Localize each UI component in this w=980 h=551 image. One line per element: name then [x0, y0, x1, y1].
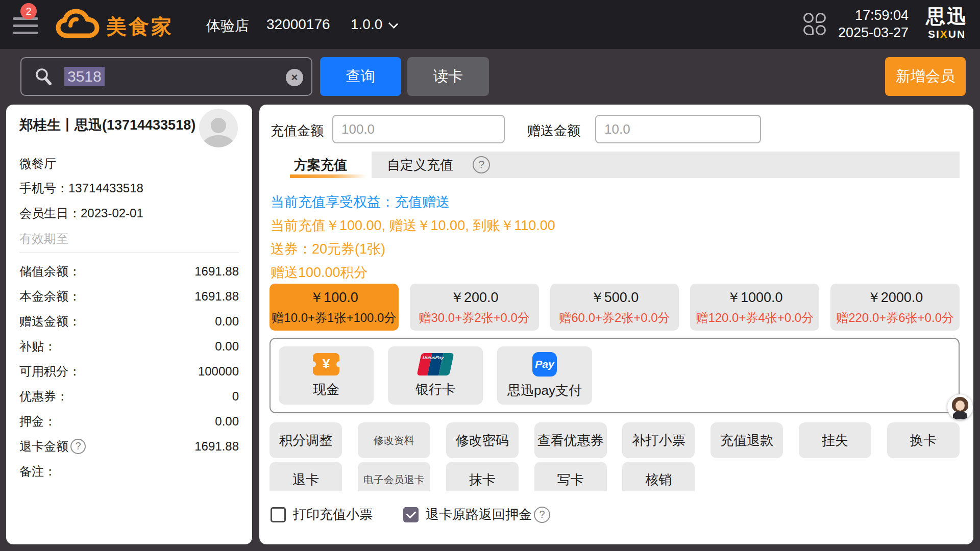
- replace-card-button[interactable]: 换卡: [887, 422, 960, 458]
- sixun-logo: 思迅 SIXUN: [926, 5, 968, 41]
- refund-deposit-checkbox[interactable]: [403, 507, 419, 522]
- search-icon: [34, 67, 53, 86]
- recharge-info-text: 当前充值享受权益：充值赠送 当前充值￥100.00, 赠送￥10.00, 到账￥…: [271, 190, 960, 279]
- read-card-button[interactable]: 读卡: [407, 57, 489, 96]
- member-valid-until: 有效期至: [19, 231, 68, 247]
- notification-badge: 2: [20, 3, 37, 19]
- wipe-card-button[interactable]: 抹卡: [446, 462, 519, 491]
- query-button[interactable]: 查询: [320, 57, 401, 96]
- brand-name: 美食家: [106, 13, 174, 41]
- version-selector[interactable]: 1.0.0: [351, 16, 382, 33]
- member-phone: 手机号：13714433518: [19, 180, 143, 196]
- plan-option-200[interactable]: ￥200.0 赠30.0+券2张+0.0分: [410, 284, 539, 331]
- view-coupons-button[interactable]: 查看优惠券: [534, 422, 607, 458]
- clock: 17:59:04 2025-03-27: [838, 7, 909, 41]
- member-store: 微餐厅: [19, 156, 56, 172]
- coupon-line: 送券：20元券(1张): [271, 237, 960, 261]
- plan-option-1000[interactable]: ￥1000.0 赠120.0+券4张+0.0分: [690, 284, 819, 331]
- gift-amount-label: 赠送金额: [527, 122, 580, 140]
- write-card-button[interactable]: 写卡: [534, 462, 607, 491]
- store-code: 32000176: [266, 16, 330, 33]
- recharge-amount-input[interactable]: 100.0: [332, 115, 505, 143]
- divider: [19, 253, 239, 253]
- benefit-line: 当前充值享受权益：充值赠送: [271, 190, 960, 214]
- row-deposit: 押金：0.00: [19, 409, 239, 434]
- tabs-help-icon[interactable]: ?: [473, 156, 490, 173]
- points-line-clipped: 赠送100.00积分: [271, 261, 960, 279]
- unionpay-icon: UnionPay: [416, 353, 454, 375]
- report-loss-button[interactable]: 挂失: [799, 422, 871, 458]
- row-principal-balance: 本金余额：1691.88: [19, 284, 239, 309]
- plan-options: ￥100.0 赠10.0+券1张+100.0分 ￥200.0 赠30.0+券2张…: [270, 284, 960, 331]
- row-points: 可用积分：100000: [19, 359, 239, 384]
- row-subsidy: 补贴：0.00: [19, 334, 239, 359]
- recharge-tabs: 方案充值 自定义充值 ?: [270, 152, 960, 178]
- row-coupons: 优惠券：0: [19, 384, 239, 409]
- clear-search-icon[interactable]: ×: [286, 69, 303, 86]
- tab-custom-recharge[interactable]: 自定义充值: [372, 152, 469, 178]
- row-stored-balance: 储值余额：1691.88: [19, 259, 239, 284]
- print-receipt-checkbox[interactable]: [271, 507, 286, 522]
- options-row: 打印充值小票 退卡原路返回押金 ?: [271, 506, 550, 523]
- edit-profile-button[interactable]: 修改资料: [358, 422, 430, 458]
- change-password-button[interactable]: 修改密码: [446, 422, 519, 458]
- row-remark: 备注：: [19, 459, 239, 484]
- pos-member-screen: 2 美食家 体验店 32000176 1.0.0 17:59:04 2025-0…: [0, 0, 980, 551]
- row-refund-amount: 退卡金额? 1691.88: [19, 434, 239, 459]
- time: 17:59:04: [838, 7, 909, 24]
- payment-sixun-pay[interactable]: Pay 思迅pay支付: [497, 346, 592, 405]
- refund-deposit-label: 退卡原路返回押金: [426, 506, 532, 523]
- reprint-receipt-button[interactable]: 补打小票: [622, 422, 695, 458]
- assistant-avatar[interactable]: [947, 394, 973, 420]
- member-balance-list: 储值余额：1691.88 本金余额：1691.88 赠送金额：0.00 补贴：0…: [19, 259, 239, 484]
- member-birthday: 会员生日：2023-02-01: [19, 205, 143, 221]
- plan-option-100[interactable]: ￥100.0 赠10.0+券1张+100.0分: [270, 284, 399, 331]
- recharge-amount-label: 充值金额: [271, 122, 324, 140]
- verify-button[interactable]: 核销: [622, 462, 695, 491]
- row-gift-amount: 赠送金额：0.00: [19, 309, 239, 334]
- member-info-panel: 郑桂生丨思迅(13714433518) 微餐厅 手机号：13714433518 …: [6, 105, 252, 544]
- cash-icon: ¥: [313, 353, 339, 375]
- action-buttons-row1: 积分调整 修改资料 修改密码 查看优惠券 补打小票 充值退款 挂失 换卡: [270, 422, 960, 458]
- gift-amount-input[interactable]: 10.0: [595, 115, 761, 143]
- apps-grid-icon[interactable]: [803, 13, 827, 36]
- tab-plan-recharge[interactable]: 方案充值: [270, 152, 372, 178]
- e-member-return-button[interactable]: 电子会员退卡: [358, 462, 430, 491]
- help-icon[interactable]: ?: [70, 439, 86, 454]
- plan-option-2000[interactable]: ￥2000.0 赠220.0+券6张+0.0分: [830, 284, 960, 331]
- amount-summary-line: 当前充值￥100.00, 赠送￥10.00, 到账￥110.00: [271, 214, 960, 237]
- add-member-button[interactable]: 新增会员: [885, 57, 966, 96]
- date: 2025-03-27: [838, 24, 909, 41]
- topbar: 2 美食家 体验店 32000176 1.0.0 17:59:04 2025-0…: [0, 0, 980, 49]
- payment-cash[interactable]: ¥ 现金: [279, 346, 374, 405]
- print-receipt-label: 打印充值小票: [293, 506, 373, 523]
- payment-methods-box: ¥ 现金 UnionPay 银行卡 Pay 思迅pay支付: [270, 338, 960, 413]
- chevron-down-icon[interactable]: [389, 19, 397, 28]
- member-name-title: 郑桂生丨思迅(13714433518): [19, 116, 244, 134]
- plan-option-500[interactable]: ￥500.0 赠60.0+券2张+0.0分: [550, 284, 679, 331]
- action-buttons-row2-clip: 退卡 电子会员退卡 抹卡 写卡 核销: [270, 462, 960, 491]
- store-name: 体验店: [206, 16, 249, 36]
- cloud-logo-icon: [55, 8, 100, 41]
- recharge-refund-button[interactable]: 充值退款: [710, 422, 783, 458]
- search-value-selected: 3518: [64, 67, 105, 86]
- payment-bank-card[interactable]: UnionPay 银行卡: [388, 346, 483, 405]
- return-card-button[interactable]: 退卡: [270, 462, 342, 491]
- adjust-points-button[interactable]: 积分调整: [270, 422, 342, 458]
- refund-deposit-help-icon[interactable]: ?: [534, 507, 550, 523]
- pay-icon: Pay: [532, 352, 557, 377]
- search-input[interactable]: 3518 ×: [20, 57, 312, 96]
- action-buttons-row2: 退卡 电子会员退卡 抹卡 写卡 核销: [270, 462, 960, 491]
- recharge-panel: 充值金额 100.0 赠送金额 10.0 方案充值 自定义充值 ? 当前充值享受…: [259, 105, 973, 544]
